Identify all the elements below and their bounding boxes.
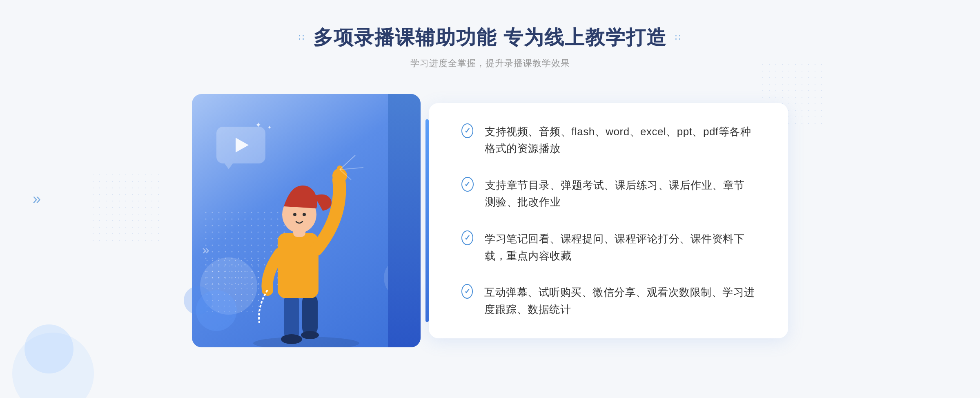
svg-point-12 bbox=[293, 213, 296, 216]
header-dots-left: ∷ bbox=[298, 32, 305, 43]
check-icon-2 bbox=[461, 177, 474, 192]
page-subtitle: 学习进度全掌握，提升录播课教学效果 bbox=[0, 57, 980, 69]
feature-text-1: 支持视频、音频、flash、word、excel、ppt、pdf等各种格式的资源… bbox=[485, 123, 755, 157]
chevron-left-decoration: » bbox=[33, 190, 41, 208]
feature-text-2: 支持章节目录、弹题考试、课后练习、课后作业、章节测验、批改作业 bbox=[485, 177, 755, 211]
feature-text-4: 互动弹幕、试听购买、微信分享、观看次数限制、学习进度跟踪、数据统计 bbox=[484, 284, 755, 318]
features-left-bar bbox=[425, 119, 429, 322]
svg-point-5 bbox=[281, 334, 302, 344]
check-icon-4 bbox=[461, 284, 473, 299]
svg-point-13 bbox=[303, 213, 306, 216]
header-dots-right: ∷ bbox=[675, 32, 682, 43]
svg-rect-3 bbox=[284, 294, 299, 339]
card-right-accent bbox=[388, 94, 421, 347]
feature-item-2: 支持章节目录、弹题考试、课后练习、课后作业、章节测验、批改作业 bbox=[461, 177, 755, 211]
svg-line-14 bbox=[340, 155, 355, 170]
feature-item-1: 支持视频、音频、flash、word、excel、ppt、pdf等各种格式的资源… bbox=[461, 123, 755, 157]
feature-text-3: 学习笔记回看、课程提问、课程评论打分、课件资料下载，重点内容收藏 bbox=[485, 230, 755, 264]
features-card: 支持视频、音频、flash、word、excel、ppt、pdf等各种格式的资源… bbox=[429, 103, 788, 339]
header-decoration: ∷ 多项录播课辅助功能 专为线上教学打造 ∷ bbox=[298, 25, 681, 51]
bg-dot-grid-left bbox=[90, 172, 163, 245]
circle-bottom-left-2 bbox=[184, 286, 212, 315]
check-icon-1 bbox=[461, 123, 473, 138]
feature-item-3: 学习笔记回看、课程提问、课程评论打分、课件资料下载，重点内容收藏 bbox=[461, 230, 755, 264]
header-section: ∷ 多项录播课辅助功能 专为线上教学打造 ∷ 学习进度全掌握，提升录播课教学效果 bbox=[0, 0, 980, 78]
card-chevrons: » bbox=[202, 242, 209, 257]
svg-rect-4 bbox=[302, 294, 318, 335]
illustration-card: ✦ ✦ bbox=[192, 94, 421, 347]
feature-item-4: 互动弹幕、试听购买、微信分享、观看次数限制、学习进度跟踪、数据统计 bbox=[461, 284, 755, 318]
check-icon-3 bbox=[461, 230, 473, 245]
svg-point-6 bbox=[301, 331, 319, 339]
svg-rect-7 bbox=[278, 233, 318, 298]
svg-line-15 bbox=[340, 168, 363, 170]
page-title: 多项录播课辅助功能 专为线上教学打造 bbox=[313, 25, 666, 51]
